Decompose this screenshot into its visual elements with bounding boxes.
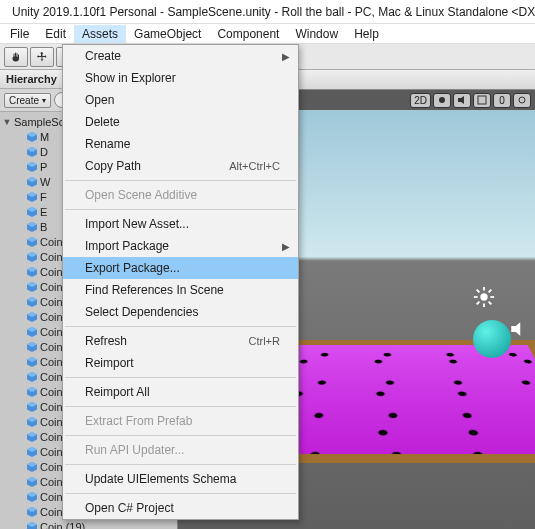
- prefab-icon: [26, 356, 38, 368]
- gizmos-dropdown-button[interactable]: [513, 93, 531, 108]
- menu-separator: [65, 435, 296, 436]
- prefab-icon: [26, 371, 38, 383]
- menu-item-import-new-asset[interactable]: Import New Asset...: [63, 213, 298, 235]
- prefab-icon: [26, 461, 38, 473]
- menu-item-reimport-all[interactable]: Reimport All: [63, 381, 298, 403]
- menu-item-select-dependencies[interactable]: Select Dependencies: [63, 301, 298, 323]
- prefab-icon: [26, 476, 38, 488]
- menu-item-copy-path[interactable]: Copy PathAlt+Ctrl+C: [63, 155, 298, 177]
- prefab-icon: [26, 326, 38, 338]
- menu-item-label: Export Package...: [85, 261, 180, 275]
- menu-item-extract-from-prefab: Extract From Prefab: [63, 410, 298, 432]
- gizmo-size-field[interactable]: 0: [493, 93, 511, 108]
- prefab-icon: [26, 266, 38, 278]
- svg-line-72: [489, 290, 492, 293]
- menubar-item-assets[interactable]: Assets: [74, 25, 126, 43]
- submenu-arrow-icon: ▶: [282, 51, 290, 62]
- menu-item-label: Create: [85, 49, 121, 63]
- tree-item-label: Coin (19): [40, 521, 85, 530]
- audio-toggle-button[interactable]: [453, 93, 471, 108]
- svg-point-60: [439, 97, 445, 103]
- hand-tool-button[interactable]: [4, 47, 28, 67]
- prefab-icon: [26, 521, 38, 530]
- move-tool-button[interactable]: [30, 47, 54, 67]
- menu-item-open-c-project[interactable]: Open C# Project: [63, 497, 298, 519]
- tree-item-label: B: [40, 221, 47, 233]
- prefab-icon: [26, 491, 38, 503]
- menubar: FileEditAssetsGameObjectComponentWindowH…: [0, 24, 535, 44]
- menu-item-import-package[interactable]: Import Package▶: [63, 235, 298, 257]
- prefab-icon: [26, 506, 38, 518]
- menubar-item-file[interactable]: File: [2, 25, 37, 43]
- tree-item-label: W: [40, 176, 50, 188]
- gameobject-icon: [26, 191, 38, 203]
- prefab-icon: [26, 416, 38, 428]
- expand-arrow-icon[interactable]: ▼: [2, 117, 12, 127]
- menu-item-label: Rename: [85, 137, 130, 151]
- tree-item-label: M: [40, 131, 49, 143]
- prefab-icon: [26, 296, 38, 308]
- menu-item-label: Reimport: [85, 356, 134, 370]
- window-title: Unity 2019.1.10f1 Personal - SampleScene…: [12, 5, 535, 19]
- menu-separator: [65, 493, 296, 494]
- lighting-toggle-button[interactable]: [433, 93, 451, 108]
- window-titlebar: Unity 2019.1.10f1 Personal - SampleScene…: [0, 0, 535, 24]
- 2d-toggle-button[interactable]: 2D: [410, 93, 431, 108]
- menu-item-label: Extract From Prefab: [85, 414, 192, 428]
- menu-item-create[interactable]: Create▶: [63, 45, 298, 67]
- menu-item-find-references-in-scene[interactable]: Find References In Scene: [63, 279, 298, 301]
- fx-icon: [477, 95, 487, 105]
- speaker-icon: [457, 95, 467, 105]
- prefab-icon: [26, 341, 38, 353]
- tree-item-label: E: [40, 206, 47, 218]
- menu-item-label: Delete: [85, 115, 120, 129]
- menu-item-label: Open C# Project: [85, 501, 174, 515]
- prefab-icon: [26, 311, 38, 323]
- menubar-item-window[interactable]: Window: [287, 25, 346, 43]
- light-icon: [437, 95, 447, 105]
- tree-item-label: F: [40, 191, 47, 203]
- hierarchy-item-coin[interactable]: Coin (19): [0, 519, 177, 529]
- menu-item-export-package[interactable]: Export Package...: [63, 257, 298, 279]
- menu-item-update-uielements-schema[interactable]: Update UIElements Schema: [63, 468, 298, 490]
- menu-item-refresh[interactable]: RefreshCtrl+R: [63, 330, 298, 352]
- gameobject-icon: [26, 221, 38, 233]
- prefab-icon: [26, 386, 38, 398]
- menubar-item-component[interactable]: Component: [209, 25, 287, 43]
- gizmos-icon: [517, 95, 527, 105]
- svg-marker-61: [458, 96, 464, 104]
- prefab-icon: [26, 236, 38, 248]
- menu-item-label: Import New Asset...: [85, 217, 189, 231]
- menu-item-delete[interactable]: Delete: [63, 111, 298, 133]
- scene-ball-object: [473, 320, 511, 358]
- menu-separator: [65, 406, 296, 407]
- menubar-item-gameobject[interactable]: GameObject: [126, 25, 209, 43]
- menu-separator: [65, 326, 296, 327]
- hierarchy-tab-label: Hierarchy: [6, 73, 57, 85]
- menu-item-shortcut: Ctrl+R: [249, 335, 280, 347]
- menu-item-label: Reimport All: [85, 385, 150, 399]
- gameobject-icon: [26, 161, 38, 173]
- gameobject-icon: [26, 176, 38, 188]
- directional-light-gizmo-icon: [473, 286, 495, 308]
- audio-source-gizmo-icon: [509, 320, 527, 338]
- svg-point-63: [519, 97, 525, 103]
- create-dropdown-button[interactable]: Create ▾: [4, 93, 51, 108]
- gizmo-size-value: 0: [499, 95, 505, 106]
- menu-item-open-scene-additive: Open Scene Additive: [63, 184, 298, 206]
- menu-item-open[interactable]: Open: [63, 89, 298, 111]
- menu-item-rename[interactable]: Rename: [63, 133, 298, 155]
- menu-separator: [65, 209, 296, 210]
- svg-line-69: [477, 290, 480, 293]
- menu-item-reimport[interactable]: Reimport: [63, 352, 298, 374]
- prefab-icon: [26, 431, 38, 443]
- submenu-arrow-icon: ▶: [282, 241, 290, 252]
- chevron-down-icon: ▾: [42, 96, 46, 105]
- fx-toggle-button[interactable]: [473, 93, 491, 108]
- menu-item-run-api-updater: Run API Updater...: [63, 439, 298, 461]
- menu-item-show-in-explorer[interactable]: Show in Explorer: [63, 67, 298, 89]
- menubar-item-help[interactable]: Help: [346, 25, 387, 43]
- menu-item-label: Refresh: [85, 334, 127, 348]
- menubar-item-edit[interactable]: Edit: [37, 25, 74, 43]
- prefab-icon: [26, 401, 38, 413]
